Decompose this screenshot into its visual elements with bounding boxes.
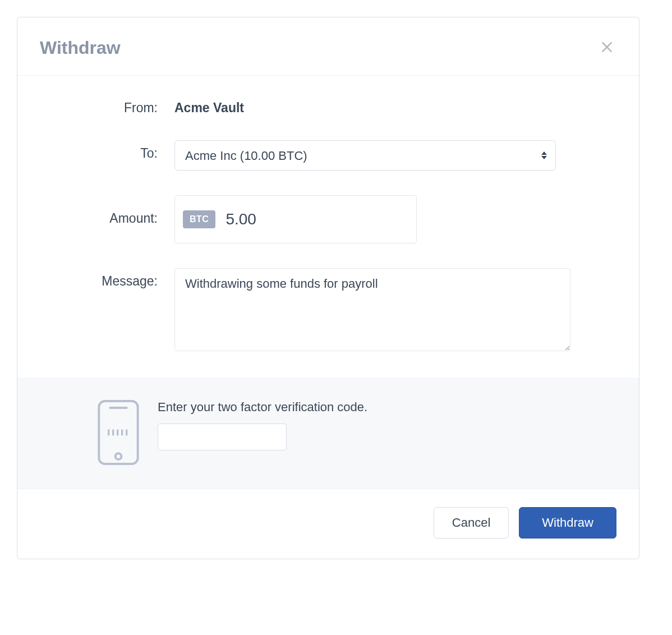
two-factor-input[interactable]: [158, 424, 287, 450]
amount-row: Amount: BTC: [40, 195, 616, 243]
to-row: To: Acme Inc (10.00 BTC): [40, 140, 616, 171]
amount-input[interactable]: [225, 210, 426, 228]
modal-title: Withdraw: [40, 38, 121, 58]
to-label: To:: [40, 140, 174, 161]
currency-badge: BTC: [183, 210, 215, 228]
amount-label: Amount:: [40, 195, 174, 226]
from-value: Acme Vault: [174, 100, 616, 116]
to-select[interactable]: Acme Inc (10.00 BTC): [174, 140, 556, 171]
close-button[interactable]: [597, 38, 616, 58]
amount-input-wrapper: BTC: [174, 195, 417, 243]
from-row: From: Acme Vault: [40, 100, 616, 116]
cancel-button[interactable]: Cancel: [434, 507, 509, 539]
message-label: Message:: [40, 268, 174, 289]
svg-point-4: [116, 453, 122, 459]
phone-icon: [96, 399, 141, 466]
withdraw-modal: Withdraw From: Acme Vault To: Acme Inc (…: [17, 17, 639, 559]
message-row: Message: Withdrawing some funds for payr…: [40, 268, 616, 353]
modal-footer: Cancel Withdraw: [17, 489, 639, 559]
from-label: From:: [40, 100, 174, 116]
message-textarea[interactable]: Withdrawing some funds for payroll: [174, 268, 570, 351]
modal-header: Withdraw: [17, 17, 639, 76]
close-icon: [600, 40, 614, 54]
two-factor-prompt: Enter your two factor verification code.: [158, 400, 616, 415]
modal-body: From: Acme Vault To: Acme Inc (10.00 BTC…: [17, 76, 639, 378]
two-factor-section: Enter your two factor verification code.: [17, 378, 639, 489]
withdraw-button[interactable]: Withdraw: [519, 507, 616, 539]
